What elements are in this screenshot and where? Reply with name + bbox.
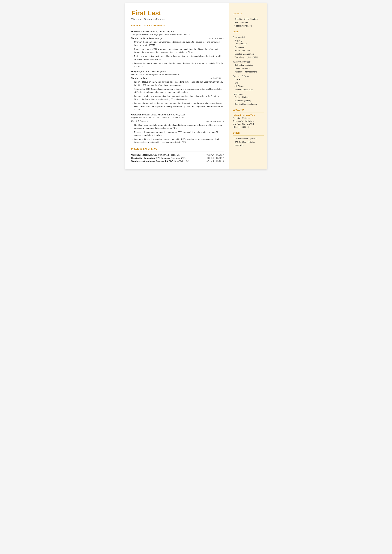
job-2-company-header: Polyhire, London, United Kingdom [131,70,224,73]
skill-item: JD Edwards [233,85,264,88]
prev-exp-3-bold: Warehouse Coordinator (Internship), [131,160,168,162]
technical-label: Technical Skills: [233,36,264,38]
bullet-item: Introduced opportunities that improved m… [134,102,224,111]
resume-container: First Last Warehouse Operations Manager … [125,3,267,169]
skill-item: Microsoft Office Suite [233,88,264,91]
job-1-bullets: Oversaw the operations of 12 warehouses … [131,40,224,68]
job-3-company-header: Growthsi, London, United Kingdom & Barce… [131,113,224,116]
education-divider [233,112,264,112]
bullet-item: Improved focus on safety standards and d… [134,80,224,87]
languages-label: Languages: [233,93,264,95]
bullet-item: Overhauled the policies and procedures m… [134,138,224,144]
job-1-desc: Storage facility with 50+ employees and … [131,33,224,36]
prev-exp-3-dates: 07/2014 – 05/2015 [206,160,224,162]
section-divider [131,28,224,28]
contact-section-title: CONTACT [233,13,264,15]
job-3-desc: Logistic SaaS with 950,000 subscribers i… [131,116,224,119]
prev-exp-3: Warehouse Coordinator (Internship), ABC,… [131,160,189,162]
prev-exp-1: Warehouse Receiver, ABC Company, London,… [131,154,180,156]
job-2-bullets: Improved focus on safety standards and d… [131,80,224,111]
language-item: Spanish (Conversational) [233,103,264,106]
edu-field: Business Administration [233,120,264,123]
other-item-1: Certified Forklift Operator. [233,137,264,140]
bullet-item: Increased productivity by promoting lean… [134,95,224,101]
candidate-title: Warehouse Operations Manager [131,18,224,20]
education-section-title: EDUCATION [233,109,264,111]
left-column: First Last Warehouse Operations Manager … [125,3,229,169]
job-3-location-text: London, United Kingdom & Barcelona, Spai… [142,113,186,116]
languages-list: English (Native) Romanian (Native) Spani… [233,96,264,106]
skill-item: Transportation [233,42,264,45]
prev-exp-2: Distribution Supervisor, XYZ Company, Ne… [131,157,186,159]
edu-location: New York City, New York [233,123,264,126]
bullet-item: Identified new markets for recycled mate… [134,124,224,130]
skill-item: Distribution Logistics [233,64,264,67]
prev-exp-1-bold: Warehouse Receiver, [131,154,153,156]
job-1-location-text: London, United Kingdom [150,30,174,33]
industry-label: Industry Knowledge: [233,61,264,63]
skill-item: Warehouse Management [233,70,264,73]
job-2-row: Warehouse Lead 11/2019 – 07/2021 [131,77,224,79]
bullet-item: Oversaw the operations of 12 warehouses … [134,40,224,47]
skill-item: Purchasing [233,46,264,49]
candidate-name: First Last [131,9,224,17]
job-2-location-text: London, United Kingdom [141,70,166,73]
job-3-row: Fork Lift Operator 06/2018 – 10/2019 [131,120,224,123]
job-1-row: Warehouse Operations Manager 08/2021 – P… [131,37,224,40]
previous-exp-section-title: PREVIOUS EXPERIENCE [131,148,224,150]
bullet-item: Achieved an $890K annual cost savings on… [134,87,224,94]
skill-item: Shipping [233,39,264,42]
skill-item: Oracle [233,78,264,81]
language-item: Romanian (Native) [233,99,264,102]
contact-list: Cheshire, United Kingdom +44 123456789 f… [233,18,264,28]
contact-email: first.last@gmail.com [233,25,264,28]
job-1-dates: 08/2021 – Present [207,37,224,40]
relevant-work-section-title: RELEVANT WORK EXPERIENCE [131,24,224,27]
bullet-item: Implemented a new inventory system that … [134,62,224,68]
job-2-desc: NYSE-listed warehousing startup located … [131,73,224,76]
skill-item: Third-Party Logistics (3PL) [233,56,264,59]
tools-label: Tools and Software: [233,75,264,77]
job-3-bullets: Identified new markets for recycled mate… [131,124,224,144]
prev-exp-row-2: Distribution Supervisor, XYZ Company, Ne… [131,157,224,159]
language-item: English (Native) [233,96,264,99]
prev-exp-3-rest: ABC, New York, USA [168,160,189,162]
job-3-company: Growthsi, [131,113,142,116]
job-3-dates: 06/2018 – 10/2019 [206,120,224,123]
job-2-dates: 11/2019 – 07/2021 [206,77,224,79]
other-item-2: SAP Certified Logistics Associate. [233,141,264,147]
skills-section-title: SKILLS [233,31,264,33]
technical-skills-list: Shipping Transportation Purchasing Forkl… [233,39,264,59]
right-column: CONTACT Cheshire, United Kingdom +44 123… [229,3,267,169]
edu-dates: 10/2011 - 06/2014 [233,126,264,129]
skills-divider [233,34,264,34]
tools-skills-list: Oracle SAP JD Edwards Microsoft Office S… [233,78,264,91]
prev-exp-row-1: Warehouse Receiver, ABC Company, London,… [131,154,224,156]
skill-item: Inventory Control [233,67,264,70]
job-2-title: Warehouse Lead [131,77,148,79]
skill-item: Logistics Management [233,53,264,56]
bullet-item: Supervised a team of 125 warehouse assoc… [134,48,224,54]
job-1-company: Resume Worded, [131,30,149,33]
edu-degree: Bachelor of Science [233,117,264,120]
job-1-company-header: Resume Worded, London, United Kingdom [131,30,224,33]
prev-exp-1-dates: 06/2017 – 05/2018 [206,154,224,156]
bullet-item: Exceeded the company productivity averag… [134,131,224,137]
prev-exp-2-rest: XYZ Company, New York, USA [155,157,186,159]
bullet-item: Reduced labor costs despite opposition b… [134,55,224,61]
prev-exp-2-bold: Distribution Supervisor, [131,157,155,159]
job-2-company: Polyhire, [131,70,141,73]
contact-address: Cheshire, United Kingdom [233,18,264,21]
other-section-title: OTHER [233,132,264,134]
job-1-title: Warehouse Operations Manager [131,37,163,40]
skill-item: SAP [233,82,264,84]
industry-skills-list: Distribution Logistics Inventory Control… [233,64,264,73]
job-3-title: Fork Lift Operator [131,120,149,123]
contact-phone: +44 123456789 [233,21,264,24]
prev-exp-1-rest: ABC Company, London, UK [153,154,180,156]
edu-institution: University of New York [233,114,264,116]
prev-exp-row-3: Warehouse Coordinator (Internship), ABC,… [131,160,224,162]
prev-exp-2-dates: 06/2016 – 05/2017 [206,157,224,159]
skill-item: Forklift Operation [233,49,264,52]
